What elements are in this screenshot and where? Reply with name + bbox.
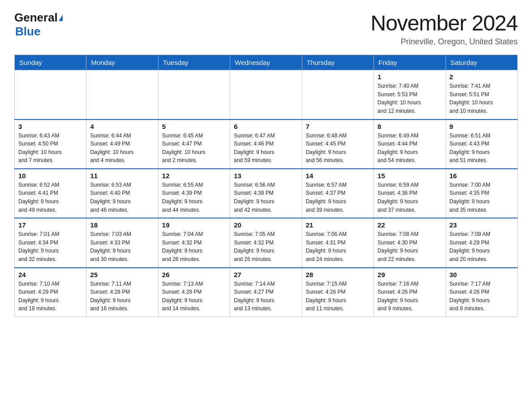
day-number: 13 — [234, 172, 298, 180]
day-number: 10 — [18, 172, 82, 180]
day-number: 28 — [306, 271, 370, 278]
calendar-cell: 26Sunrise: 7:13 AM Sunset: 4:28 PM Dayli… — [158, 268, 230, 317]
day-number: 26 — [162, 271, 226, 278]
calendar-cell: 18Sunrise: 7:03 AM Sunset: 4:33 PM Dayli… — [86, 218, 158, 267]
day-info: Sunrise: 6:57 AM Sunset: 4:37 PM Dayligh… — [306, 181, 370, 214]
calendar-week-row: 1Sunrise: 7:40 AM Sunset: 5:53 PM Daylig… — [15, 70, 518, 120]
day-info: Sunrise: 6:48 AM Sunset: 4:45 PM Dayligh… — [306, 132, 370, 165]
calendar-cell: 6Sunrise: 6:47 AM Sunset: 4:46 PM Daylig… — [230, 120, 302, 169]
day-info: Sunrise: 7:17 AM Sunset: 4:26 PM Dayligh… — [450, 280, 514, 313]
calendar-cell: 20Sunrise: 7:05 AM Sunset: 4:32 PM Dayli… — [230, 218, 302, 267]
day-info: Sunrise: 7:13 AM Sunset: 4:28 PM Dayligh… — [162, 280, 226, 313]
day-info: Sunrise: 6:47 AM Sunset: 4:46 PM Dayligh… — [234, 132, 298, 165]
day-number: 9 — [450, 123, 514, 130]
day-number: 1 — [378, 73, 442, 81]
calendar-cell: 3Sunrise: 6:43 AM Sunset: 4:50 PM Daylig… — [15, 120, 86, 169]
calendar-cell: 4Sunrise: 6:44 AM Sunset: 4:49 PM Daylig… — [86, 120, 158, 169]
calendar-cell: 24Sunrise: 7:10 AM Sunset: 4:29 PM Dayli… — [15, 268, 86, 317]
calendar-cell: 7Sunrise: 6:48 AM Sunset: 4:45 PM Daylig… — [302, 120, 373, 169]
day-of-week-header: Saturday — [446, 55, 517, 70]
calendar-cell: 28Sunrise: 7:15 AM Sunset: 4:26 PM Dayli… — [302, 268, 373, 317]
day-info: Sunrise: 7:04 AM Sunset: 4:32 PM Dayligh… — [162, 230, 226, 263]
calendar-cell: 5Sunrise: 6:45 AM Sunset: 4:47 PM Daylig… — [158, 120, 230, 169]
logo-blue-text: Blue — [15, 25, 40, 39]
day-number: 8 — [378, 123, 442, 130]
day-number: 22 — [378, 221, 442, 229]
day-info: Sunrise: 7:08 AM Sunset: 4:30 PM Dayligh… — [378, 230, 442, 263]
day-info: Sunrise: 6:53 AM Sunset: 4:40 PM Dayligh… — [90, 181, 154, 214]
day-number: 11 — [90, 172, 154, 180]
title-block: November 2024 Prineville, Oregon, United… — [370, 11, 518, 47]
logo-triangle-icon — [59, 15, 63, 21]
day-info: Sunrise: 6:59 AM Sunset: 4:36 PM Dayligh… — [378, 181, 442, 214]
calendar-cell: 9Sunrise: 6:51 AM Sunset: 4:43 PM Daylig… — [446, 120, 517, 169]
day-info: Sunrise: 7:16 AM Sunset: 4:26 PM Dayligh… — [378, 280, 442, 313]
day-number: 30 — [450, 271, 514, 278]
day-of-week-header: Monday — [86, 55, 158, 70]
days-header-row: SundayMondayTuesdayWednesdayThursdayFrid… — [15, 55, 518, 70]
day-info: Sunrise: 7:11 AM Sunset: 4:28 PM Dayligh… — [90, 280, 154, 313]
calendar-cell: 27Sunrise: 7:14 AM Sunset: 4:27 PM Dayli… — [230, 268, 302, 317]
day-info: Sunrise: 6:45 AM Sunset: 4:47 PM Dayligh… — [162, 132, 226, 165]
calendar-cell: 12Sunrise: 6:55 AM Sunset: 4:39 PM Dayli… — [158, 169, 230, 218]
day-of-week-header: Wednesday — [230, 55, 302, 70]
day-info: Sunrise: 6:55 AM Sunset: 4:39 PM Dayligh… — [162, 181, 226, 214]
calendar-cell — [158, 70, 230, 120]
calendar-week-row: 10Sunrise: 6:52 AM Sunset: 4:41 PM Dayli… — [15, 169, 518, 218]
calendar-week-row: 17Sunrise: 7:01 AM Sunset: 4:34 PM Dayli… — [15, 218, 518, 267]
day-info: Sunrise: 6:49 AM Sunset: 4:44 PM Dayligh… — [378, 132, 442, 165]
calendar-cell: 19Sunrise: 7:04 AM Sunset: 4:32 PM Dayli… — [158, 218, 230, 267]
calendar-cell: 8Sunrise: 6:49 AM Sunset: 4:44 PM Daylig… — [374, 120, 446, 169]
day-info: Sunrise: 7:14 AM Sunset: 4:27 PM Dayligh… — [234, 280, 298, 313]
calendar-week-row: 24Sunrise: 7:10 AM Sunset: 4:29 PM Dayli… — [15, 268, 518, 317]
day-info: Sunrise: 7:05 AM Sunset: 4:32 PM Dayligh… — [234, 230, 298, 263]
day-number: 24 — [18, 271, 82, 278]
calendar-cell: 25Sunrise: 7:11 AM Sunset: 4:28 PM Dayli… — [86, 268, 158, 317]
calendar-cell: 1Sunrise: 7:40 AM Sunset: 5:53 PM Daylig… — [374, 70, 446, 120]
day-number: 19 — [162, 221, 226, 229]
calendar-cell — [86, 70, 158, 120]
day-of-week-header: Sunday — [15, 55, 86, 70]
calendar-cell: 16Sunrise: 7:00 AM Sunset: 4:35 PM Dayli… — [446, 169, 517, 218]
calendar-cell — [230, 70, 302, 120]
day-of-week-header: Thursday — [302, 55, 373, 70]
day-info: Sunrise: 6:43 AM Sunset: 4:50 PM Dayligh… — [18, 132, 82, 165]
calendar-cell: 14Sunrise: 6:57 AM Sunset: 4:37 PM Dayli… — [302, 169, 373, 218]
day-number: 7 — [306, 123, 370, 130]
day-number: 3 — [18, 123, 82, 130]
calendar-cell: 13Sunrise: 6:56 AM Sunset: 4:38 PM Dayli… — [230, 169, 302, 218]
day-number: 18 — [90, 221, 154, 229]
day-info: Sunrise: 6:44 AM Sunset: 4:49 PM Dayligh… — [90, 132, 154, 165]
day-number: 27 — [234, 271, 298, 278]
calendar-cell: 23Sunrise: 7:09 AM Sunset: 4:29 PM Dayli… — [446, 218, 517, 267]
day-number: 25 — [90, 271, 154, 278]
day-info: Sunrise: 7:01 AM Sunset: 4:34 PM Dayligh… — [18, 230, 82, 263]
day-info: Sunrise: 7:09 AM Sunset: 4:29 PM Dayligh… — [450, 230, 514, 263]
calendar-cell — [302, 70, 373, 120]
day-number: 5 — [162, 123, 226, 130]
logo-general-text: General — [14, 11, 58, 25]
calendar-cell — [15, 70, 86, 120]
day-number: 15 — [378, 172, 442, 180]
calendar-cell: 22Sunrise: 7:08 AM Sunset: 4:30 PM Dayli… — [374, 218, 446, 267]
day-info: Sunrise: 7:03 AM Sunset: 4:33 PM Dayligh… — [90, 230, 154, 263]
day-number: 17 — [18, 221, 82, 229]
page-header: General Blue November 2024 Prineville, O… — [14, 11, 518, 47]
calendar-cell: 29Sunrise: 7:16 AM Sunset: 4:26 PM Dayli… — [374, 268, 446, 317]
day-number: 16 — [450, 172, 514, 180]
day-info: Sunrise: 7:06 AM Sunset: 4:31 PM Dayligh… — [306, 230, 370, 263]
day-number: 4 — [90, 123, 154, 130]
day-number: 21 — [306, 221, 370, 229]
calendar-table: SundayMondayTuesdayWednesdayThursdayFrid… — [14, 55, 518, 317]
calendar-week-row: 3Sunrise: 6:43 AM Sunset: 4:50 PM Daylig… — [15, 120, 518, 169]
day-number: 14 — [306, 172, 370, 180]
day-number: 23 — [450, 221, 514, 229]
calendar-cell: 2Sunrise: 7:41 AM Sunset: 5:51 PM Daylig… — [446, 70, 517, 120]
calendar-cell: 21Sunrise: 7:06 AM Sunset: 4:31 PM Dayli… — [302, 218, 373, 267]
day-info: Sunrise: 7:41 AM Sunset: 5:51 PM Dayligh… — [450, 82, 514, 115]
location-text: Prineville, Oregon, United States — [370, 37, 518, 47]
day-info: Sunrise: 6:52 AM Sunset: 4:41 PM Dayligh… — [18, 181, 82, 214]
day-number: 12 — [162, 172, 226, 180]
calendar-cell: 11Sunrise: 6:53 AM Sunset: 4:40 PM Dayli… — [86, 169, 158, 218]
day-info: Sunrise: 7:15 AM Sunset: 4:26 PM Dayligh… — [306, 280, 370, 313]
